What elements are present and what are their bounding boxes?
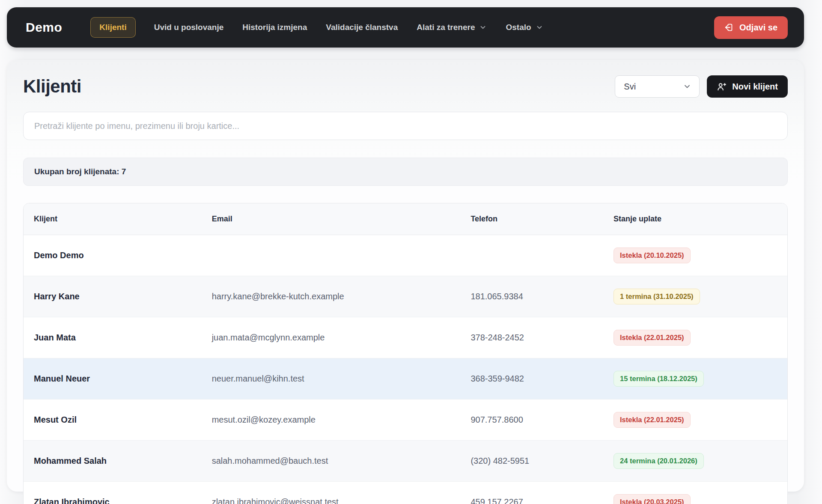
- page-title: Klijenti: [23, 76, 81, 97]
- nav-item-klijenti[interactable]: Klijenti: [90, 17, 135, 38]
- payment-status-badge: 15 termina (18.12.2025): [614, 371, 704, 387]
- clients-table: KlijentEmailTelefonStanje uplate Demo De…: [23, 203, 788, 504]
- top-navbar: Demo KlijentiUvid u poslovanjeHistorija …: [7, 7, 804, 48]
- chevron-down-icon: [479, 24, 487, 31]
- client-status-cell: Istekla (22.01.2025): [603, 317, 787, 358]
- client-count-box: Ukupan broj klijenata: 7: [23, 158, 788, 186]
- table-row[interactable]: Zlatan Ibrahimoviczlatan.ibrahimovic@wei…: [24, 482, 787, 504]
- main-content-card: Klijenti Svi Novi klijent: [7, 60, 804, 492]
- client-email: juan.mata@mcglynn.example: [202, 317, 461, 358]
- client-status-cell: Istekla (20.03.2025): [603, 482, 787, 504]
- client-phone: (320) 482-5951: [460, 441, 603, 482]
- client-name: Demo Demo: [24, 235, 202, 276]
- page-header: Klijenti Svi Novi klijent: [23, 75, 788, 98]
- column-header-telefon: Telefon: [460, 203, 603, 235]
- brand-logo[interactable]: Demo: [26, 20, 62, 35]
- client-name: Zlatan Ibrahimovic: [24, 482, 202, 504]
- client-email: mesut.ozil@kozey.example: [202, 400, 461, 441]
- nav-item-label: Ostalo: [506, 23, 531, 32]
- table-row[interactable]: Mohammed Salahsalah.mohammed@bauch.test(…: [24, 441, 787, 482]
- person-add-icon: [717, 82, 727, 92]
- client-phone: 378-248-2452: [460, 317, 603, 358]
- nav-item-label: Klijenti: [99, 23, 126, 32]
- column-header-stanje-uplate: Stanje uplate: [603, 203, 787, 235]
- logout-icon: [724, 23, 734, 32]
- client-email: neuer.manuel@kihn.test: [202, 358, 461, 400]
- nav-item-label: Historija izmjena: [242, 23, 307, 32]
- table-row[interactable]: Harry Kaneharry.kane@brekke-kutch.exampl…: [24, 276, 787, 317]
- nav-item-alati-za-trenere[interactable]: Alati za trenere: [416, 17, 487, 38]
- nav-item-label: Validacije članstva: [326, 23, 398, 32]
- payment-status-badge: Istekla (20.03.2025): [614, 494, 691, 504]
- nav-item-validacije-lanstva[interactable]: Validacije članstva: [325, 17, 398, 38]
- payment-status-badge: 24 termina (20.01.2026): [614, 453, 704, 469]
- client-name: Mohammed Salah: [24, 441, 202, 482]
- client-name: Mesut Ozil: [24, 400, 202, 441]
- client-status-cell: 15 termina (18.12.2025): [603, 358, 787, 400]
- client-status-cell: 24 termina (20.01.2026): [603, 441, 787, 482]
- client-phone: 907.757.8600: [460, 400, 603, 441]
- nav-item-uvid-u-poslovanje[interactable]: Uvid u poslovanje: [154, 17, 224, 38]
- client-phone: 181.065.9384: [460, 276, 603, 317]
- nav-item-label: Uvid u poslovanje: [154, 23, 224, 32]
- client-name: Juan Mata: [24, 317, 202, 358]
- filter-selected-value: Svi: [624, 82, 636, 92]
- search-input[interactable]: [23, 112, 788, 140]
- table-row[interactable]: Manuel Neuerneuer.manuel@kihn.test368-35…: [24, 358, 787, 400]
- client-email: harry.kane@brekke-kutch.example: [202, 276, 461, 317]
- client-email: zlatan.ibrahimovic@weissnat.test: [202, 482, 461, 504]
- client-status-cell: Istekla (22.01.2025): [603, 400, 787, 441]
- new-client-label: Novi klijent: [732, 82, 778, 92]
- client-email: salah.mohammed@bauch.test: [202, 441, 461, 482]
- table-header-row: KlijentEmailTelefonStanje uplate: [24, 203, 787, 235]
- nav-item-ostalo[interactable]: Ostalo: [505, 17, 543, 38]
- client-status-cell: 1 termina (31.10.2025): [603, 276, 787, 317]
- client-phone: 459 157 2267: [460, 482, 603, 504]
- client-name: Harry Kane: [24, 276, 202, 317]
- table-row[interactable]: Mesut Ozilmesut.ozil@kozey.example907.75…: [24, 400, 787, 441]
- nav-item-historija-izmjena[interactable]: Historija izmjena: [242, 17, 307, 38]
- payment-status-badge: Istekla (22.01.2025): [614, 412, 691, 428]
- table-row[interactable]: Juan Matajuan.mata@mcglynn.example378-24…: [24, 317, 787, 358]
- header-actions: Svi Novi klijent: [615, 75, 788, 98]
- client-status-cell: Istekla (20.10.2025): [603, 235, 787, 276]
- nav-item-label: Alati za trenere: [417, 23, 475, 32]
- column-header-klijent: Klijent: [24, 203, 202, 235]
- table-row[interactable]: Demo DemoIstekla (20.10.2025): [24, 235, 787, 276]
- payment-status-badge: 1 termina (31.10.2025): [614, 289, 700, 304]
- logout-label: Odjavi se: [739, 23, 777, 33]
- client-name: Manuel Neuer: [24, 358, 202, 400]
- main-nav: KlijentiUvid u poslovanjeHistorija izmje…: [90, 17, 543, 38]
- client-email: [202, 235, 461, 276]
- new-client-button[interactable]: Novi klijent: [707, 75, 788, 98]
- payment-status-badge: Istekla (22.01.2025): [614, 330, 691, 346]
- logout-button[interactable]: Odjavi se: [714, 16, 788, 39]
- client-phone: 368-359-9482: [460, 358, 603, 400]
- chevron-down-icon: [536, 24, 543, 31]
- chevron-down-icon: [683, 82, 691, 91]
- column-header-email: Email: [202, 203, 461, 235]
- client-phone: [460, 235, 603, 276]
- filter-select[interactable]: Svi: [615, 75, 700, 98]
- payment-status-badge: Istekla (20.10.2025): [614, 248, 691, 263]
